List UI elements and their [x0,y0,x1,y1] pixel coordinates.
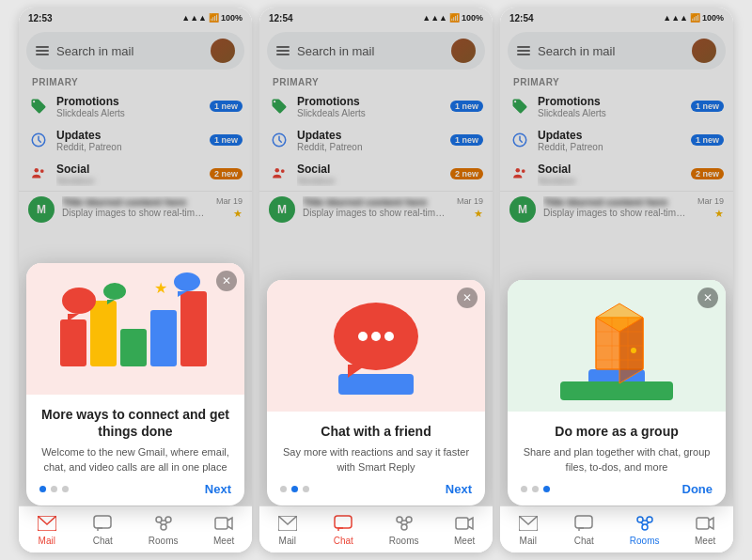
chat-illustration [267,280,485,412]
updates-badge-3: 1 new [691,134,724,146]
updates-sub-2: Reddit, Patreon [297,142,443,152]
nav-meet-3[interactable]: Meet [687,509,723,550]
meet-icon-2 [454,513,475,534]
svg-rect-60 [575,516,592,528]
search-bar-3[interactable]: Search in mail [508,32,726,70]
nav-mail-label-2: Mail [279,536,296,546]
promotions-item-1[interactable]: Promotions Slickdeals Alerts 1 new [19,89,252,123]
hamburger-icon-1[interactable] [36,46,49,55]
social-item-2[interactable]: Social Nextdoor 2 new [259,157,493,191]
email-row-1[interactable]: M Title blurred content here Display ima… [19,191,252,227]
nav-meet-2[interactable]: Meet [446,509,482,550]
card-desc-2: Say more with reactions and say it faste… [280,445,472,474]
promotions-sub-2: Slickdeals Alerts [297,108,443,118]
promotions-item-3[interactable]: Promotions Slickdeals Alerts 1 new [500,89,733,123]
nav-rooms-3[interactable]: Rooms [622,509,667,550]
promotions-badge-2: 1 new [450,101,483,112]
blocks-svg: ★ [32,263,239,395]
nav-chat-label-3: Chat [574,536,594,546]
social-content-1: Social Nextdoor [56,163,202,186]
done-button-3[interactable]: Done [682,482,713,496]
svg-rect-8 [180,291,207,366]
email-title-2: Title blurred content here [303,196,449,208]
svg-rect-67 [697,518,709,529]
avatar-2[interactable] [451,39,476,63]
inbox-list-1: PRIMARY Promotions Slickdeals Alerts 1 n… [19,73,252,191]
updates-title-2: Updates [297,129,443,142]
nav-mail-3[interactable]: Mail [510,509,546,550]
search-bar-1[interactable]: Search in mail [26,32,244,70]
email-date-1: Mar 19 [216,196,243,206]
card-body-3: Do more as a group Share and plan togeth… [508,412,726,506]
social-item-3[interactable]: Social Nextdoor 2 new [500,157,733,191]
nav-meet-1[interactable]: Meet [206,509,242,550]
svg-rect-6 [120,329,147,366]
status-bar-2: 12:54 ▲▲▲ 📶 100% [259,8,493,28]
svg-line-22 [160,522,163,525]
nav-mail-2[interactable]: Mail [270,509,306,550]
close-button-2[interactable]: ✕ [457,288,478,308]
nav-chat-1[interactable]: Chat [85,509,120,550]
promotions-title-1: Promotions [56,95,202,108]
social-title-3: Social [538,163,683,176]
close-button-3[interactable]: ✕ [697,288,718,308]
search-bar-2[interactable]: Search in mail [267,32,485,70]
social-icon-3 [509,163,530,184]
close-button-1[interactable]: ✕ [216,271,237,291]
svg-point-32 [371,332,381,341]
star-icon-2: ★ [474,208,483,220]
bottom-nav-3: Mail Chat Rooms Meet [500,506,733,552]
hamburger-icon-2[interactable] [276,46,290,55]
battery-3: 100% [702,13,724,23]
mail-icon-3 [518,513,539,534]
updates-badge-2: 1 new [450,134,483,146]
social-item-1[interactable]: Social Nextdoor 2 new [19,157,252,191]
updates-title-3: Updates [538,129,683,142]
nav-chat-label-2: Chat [334,536,353,546]
meet-icon-3 [695,513,715,534]
search-text-3: Search in mail [538,44,684,58]
signal-icon-2: ▲▲▲ [422,13,447,23]
next-button-1[interactable]: Next [205,482,231,496]
nav-chat-3[interactable]: Chat [566,509,602,550]
avatar-1[interactable] [211,39,235,63]
email-row-2[interactable]: M Title blurred content here Display ima… [259,191,493,227]
dot-2-2 [291,486,298,492]
promotions-item-2[interactable]: Promotions Slickdeals Alerts 1 new [259,89,493,123]
pagination-dots-1 [39,486,69,492]
nav-mail-1[interactable]: Mail [29,509,65,550]
card-desc-1: Welcome to the new Gmail, where email, c… [39,445,231,474]
card-body-1: More ways to connect and get things done… [26,395,244,506]
social-badge-1: 2 new [210,168,243,179]
dot-2-1 [280,486,287,492]
dot-2-3 [303,486,309,492]
dot-1-3 [62,486,69,492]
primary-label-3: PRIMARY [500,73,733,89]
mail-icon-2 [277,513,298,534]
updates-item-1[interactable]: Updates Reddit, Patreon 1 new [19,123,252,157]
time-1: 12:53 [28,13,53,23]
avatar-3[interactable] [692,39,716,63]
star-icon-3: ★ [714,208,724,220]
nav-chat-2[interactable]: Chat [325,509,361,550]
nav-meet-label-2: Meet [454,536,475,546]
updates-item-3[interactable]: Updates Reddit, Patreon 1 new [500,123,733,157]
dot-3-1 [521,486,527,492]
svg-rect-29 [338,374,414,395]
next-button-2[interactable]: Next [446,482,472,496]
svg-rect-4 [60,319,86,366]
updates-item-2[interactable]: Updates Reddit, Patreon 1 new [259,123,493,157]
email-content-3: Title blurred content here Display image… [543,196,690,218]
email-row-3[interactable]: M Title blurred content here Display ima… [500,191,733,227]
hamburger-icon-3[interactable] [517,46,530,55]
signal-icon-1: ▲▲▲ [181,13,207,23]
card-image-2: ✕ [267,280,485,412]
social-sub-2: Nextdoor [297,176,443,186]
nav-rooms-2[interactable]: Rooms [382,509,427,550]
nav-rooms-1[interactable]: Rooms [141,509,186,550]
social-content-2: Social Nextdoor [297,163,443,186]
updates-badge-1: 1 new [210,134,243,146]
card-desc-3: Share and plan together with chat, group… [521,445,713,474]
search-text-1: Search in mail [56,44,203,58]
svg-line-23 [164,522,167,525]
